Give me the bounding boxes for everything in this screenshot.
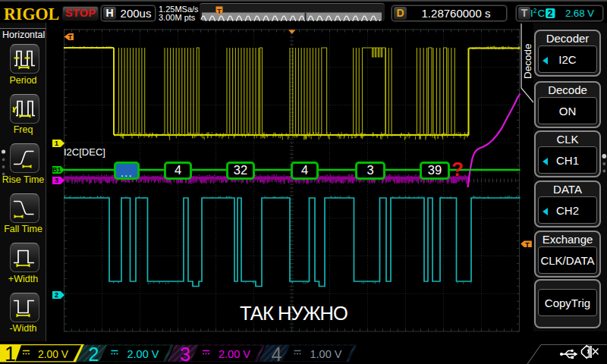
svg-text:1: 1 — [5, 343, 16, 364]
svg-text:2.00 V: 2.00 V — [38, 349, 69, 360]
svg-text:2: 2 — [533, 7, 537, 14]
svg-text:C: C — [538, 8, 546, 19]
svg-text:2.00 V: 2.00 V — [127, 348, 159, 360]
svg-text:2.68 V: 2.68 V — [565, 8, 594, 19]
svg-text:T: T — [525, 240, 530, 249]
svg-text:T: T — [217, 7, 222, 15]
svg-text:2: 2 — [548, 8, 553, 19]
svg-text:3: 3 — [180, 344, 190, 364]
svg-text:2.00 V: 2.00 V — [219, 348, 250, 360]
svg-text:4: 4 — [272, 344, 282, 364]
svg-text:1.00 V: 1.00 V — [310, 348, 342, 360]
svg-text:T: T — [68, 33, 73, 41]
svg-text:2: 2 — [89, 344, 99, 364]
svg-text:Decode: Decode — [522, 43, 533, 79]
